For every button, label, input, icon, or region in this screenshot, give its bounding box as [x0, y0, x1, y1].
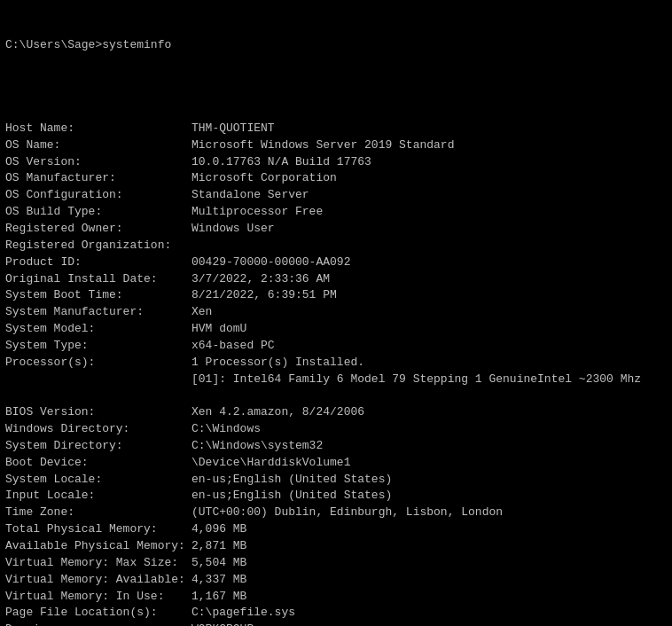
info-value: Xen	[191, 304, 212, 321]
info-value: Xen 4.2.amazon, 8/24/2006	[191, 404, 364, 421]
info-label: BIOS Version:	[5, 404, 191, 421]
info-label: System Type:	[5, 338, 191, 355]
info-value: 3/7/2022, 2:33:36 AM	[191, 271, 330, 288]
info-value: 5,504 MB	[191, 555, 246, 572]
info-label: Registered Organization:	[5, 238, 191, 254]
info-label: Registered Owner:	[5, 221, 191, 238]
info-value: C:\pagefile.sys	[191, 605, 295, 622]
table-row: System Model:HVM domU	[5, 321, 667, 338]
info-label: System Directory:	[5, 438, 191, 455]
table-row: System Locale:en-us;English (United Stat…	[5, 472, 667, 489]
info-value: 2,871 MB	[191, 538, 246, 555]
info-label: Virtual Memory: In Use:	[5, 589, 191, 606]
info-value: 4,337 MB	[191, 572, 246, 589]
info-label: OS Configuration:	[5, 187, 191, 204]
info-label: Available Physical Memory:	[5, 538, 191, 555]
info-value: x64-based PC	[191, 338, 275, 355]
info-value: \Device\HarddiskVolume1	[191, 455, 350, 472]
info-label: Page File Location(s):	[5, 605, 191, 622]
table-row: Virtual Memory: Available:4,337 MB	[5, 572, 667, 589]
info-label: Virtual Memory: Max Size:	[5, 555, 191, 572]
info-label: OS Build Type:	[5, 204, 191, 221]
table-row: Page File Location(s):C:\pagefile.sys	[5, 605, 667, 622]
table-row: OS Name:Microsoft Windows Server 2019 St…	[5, 137, 667, 154]
table-row: OS Manufacturer:Microsoft Corporation	[5, 170, 667, 187]
table-row: Virtual Memory: Max Size:5,504 MB	[5, 555, 667, 572]
table-row: Product ID:00429-70000-00000-AA092	[5, 254, 667, 271]
table-row: Original Install Date:3/7/2022, 2:33:36 …	[5, 271, 667, 288]
info-value: C:\Windows	[191, 421, 261, 438]
table-row-extra: [01]: Intel64 Family 6 Model 79 Stepping…	[5, 372, 667, 388]
table-row: Virtual Memory: In Use:1,167 MB	[5, 589, 667, 606]
info-value: C:\Windows\system32	[191, 438, 323, 455]
info-value: 1 Processor(s) Installed.	[191, 355, 364, 372]
table-row: System Manufacturer:Xen	[5, 304, 667, 321]
table-row: Processor(s):1 Processor(s) Installed.	[5, 355, 667, 372]
table-row: Total Physical Memory:4,096 MB	[5, 521, 667, 538]
info-label: OS Version:	[5, 154, 191, 171]
info-label: Domain:	[5, 622, 191, 626]
info-label: Windows Directory:	[5, 421, 191, 438]
info-value: Windows User	[191, 221, 275, 238]
table-row: System Boot Time:8/21/2022, 6:39:51 PM	[5, 287, 667, 304]
table-row: Windows Directory:C:\Windows	[5, 421, 667, 438]
info-label: Original Install Date:	[5, 271, 191, 288]
info-value: (UTC+00:00) Dublin, Edinburgh, Lisbon, L…	[191, 505, 503, 521]
table-row: OS Version:10.0.17763 N/A Build 17763	[5, 154, 667, 171]
info-value: 10.0.17763 N/A Build 17763	[191, 154, 371, 171]
info-label: Boot Device:	[5, 455, 191, 472]
table-row: Domain:WORKGROUP	[5, 622, 667, 626]
info-value: en-us;English (United States)	[191, 488, 392, 505]
info-label: System Boot Time:	[5, 287, 191, 304]
table-row: OS Build Type:Multiprocessor Free	[5, 204, 667, 221]
info-label: Processor(s):	[5, 355, 191, 372]
info-label: System Manufacturer:	[5, 304, 191, 321]
info-value: THM-QUOTIENT	[191, 121, 275, 137]
info-value: WORKGROUP	[191, 622, 254, 626]
table-row: Boot Device:\Device\HarddiskVolume1	[5, 455, 667, 472]
info-value: Microsoft Windows Server 2019 Standard	[191, 137, 454, 154]
info-value-extra: [01]: Intel64 Family 6 Model 79 Stepping…	[191, 372, 641, 388]
table-row: Time Zone:(UTC+00:00) Dublin, Edinburgh,…	[5, 505, 667, 521]
table-row: OS Configuration:Standalone Server	[5, 187, 667, 204]
info-label: Input Locale:	[5, 488, 191, 505]
table-row: Registered Organization:	[5, 238, 667, 254]
table-row: Host Name:THM-QUOTIENT	[5, 121, 667, 137]
table-row: Registered Owner:Windows User	[5, 221, 667, 238]
info-value: HVM domU	[191, 321, 246, 338]
info-label: Total Physical Memory:	[5, 521, 191, 538]
info-value: 8/21/2022, 6:39:51 PM	[191, 287, 337, 304]
info-value: 4,096 MB	[191, 521, 246, 538]
sysinfo-table: Host Name:THM-QUOTIENTOS Name:Microsoft …	[5, 121, 667, 626]
table-row: BIOS Version:Xen 4.2.amazon, 8/24/2006	[5, 404, 667, 421]
info-label: OS Name:	[5, 137, 191, 154]
table-row: System Type:x64-based PC	[5, 338, 667, 355]
table-row: Available Physical Memory:2,871 MB	[5, 538, 667, 555]
info-label: System Model:	[5, 321, 191, 338]
info-value: en-us;English (United States)	[191, 472, 392, 489]
info-label: Virtual Memory: Available:	[5, 572, 191, 589]
info-value: Multiprocessor Free	[191, 204, 323, 221]
info-value: 00429-70000-00000-AA092	[191, 254, 350, 271]
table-row	[5, 387, 667, 404]
terminal-window: C:\Users\Sage>systeminfo Host Name:THM-Q…	[0, 0, 672, 626]
info-value: Standalone Server	[191, 187, 309, 204]
table-row: Input Locale:en-us;English (United State…	[5, 488, 667, 505]
table-row: System Directory:C:\Windows\system32	[5, 438, 667, 455]
info-label: Host Name:	[5, 121, 191, 137]
prompt-line: C:\Users\Sage>systeminfo	[5, 37, 667, 54]
info-value: 1,167 MB	[191, 589, 246, 606]
info-label: OS Manufacturer:	[5, 170, 191, 187]
info-label: Product ID:	[5, 254, 191, 271]
info-label: Time Zone:	[5, 505, 191, 521]
info-label: System Locale:	[5, 472, 191, 489]
info-value: Microsoft Corporation	[191, 170, 337, 187]
